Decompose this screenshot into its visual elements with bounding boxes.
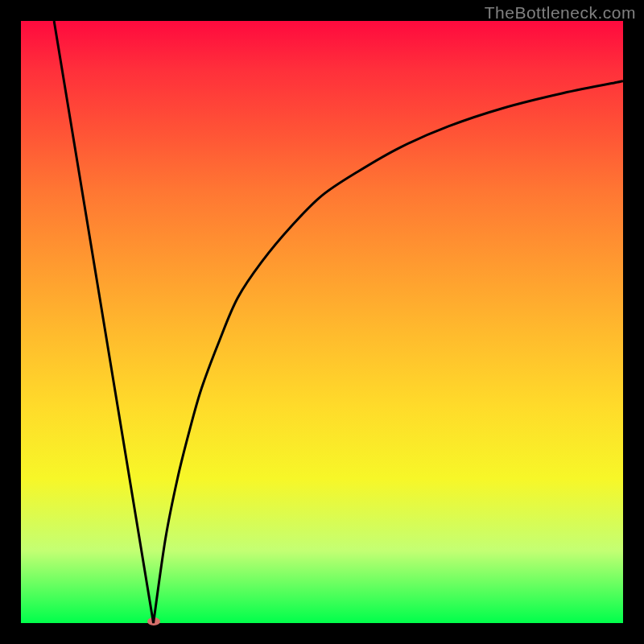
watermark-text: TheBottleneck.com [485,3,636,23]
curve-path [54,21,623,623]
bottleneck-curve [21,21,623,623]
chart-plot-area [21,21,623,623]
